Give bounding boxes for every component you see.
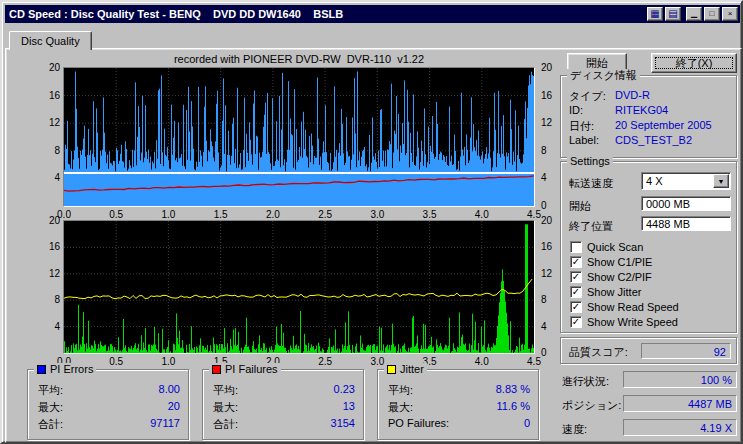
checkbox-label: Show Read Speed — [587, 301, 679, 313]
pi-failures-panel-title: PI Failures — [209, 363, 281, 376]
stat-value: 13 — [343, 400, 355, 412]
y-tick-label: 20 — [38, 62, 60, 73]
x-tick-label: 2.5 — [318, 356, 332, 367]
checkbox-box[interactable] — [570, 241, 582, 253]
close-button[interactable]: × — [722, 7, 738, 21]
checkbox-box[interactable]: ✓ — [570, 301, 582, 313]
stat-label: 最大: — [388, 400, 413, 415]
pi-errors-panel-title: PI Errors — [34, 363, 96, 376]
stat-value: 20 — [168, 400, 180, 412]
y-tick-label: 4 — [38, 321, 60, 332]
pi-failures-panel: PI Failures 平均: 0.23 最大: 13 合計: 3154 — [202, 369, 364, 440]
disc-window-icon-button[interactable]: ▤ — [665, 7, 681, 21]
position-value: 4487 MB — [624, 396, 736, 410]
y-tick-label: 8 — [539, 145, 561, 156]
jitter-panel-title: Jitter — [384, 363, 427, 376]
checkbox-quick-scan[interactable]: Quick Scan — [570, 240, 643, 253]
y-tick-label: 16 — [539, 241, 561, 252]
disc-id-label: ID: — [569, 104, 583, 116]
disc-date-label: 日付: — [569, 119, 594, 134]
y-tick-label: 16 — [38, 241, 60, 252]
checkbox-box[interactable]: ✓ — [570, 316, 582, 328]
progress-value: 100 % — [624, 372, 736, 386]
speed-status-label: 速度: — [562, 422, 587, 437]
checkbox-list: Quick Scan✓Show C1/PIE✓Show C2/PIF✓Show … — [561, 162, 736, 332]
pi-errors-chart — [63, 67, 535, 207]
y-tick-label: 0 — [539, 200, 561, 211]
legend-swatch — [212, 365, 221, 374]
quality-score-value: 92 — [642, 344, 730, 358]
chart-window-icon-button[interactable]: ▦ — [647, 7, 663, 21]
checkbox-label: Show C2/PIF — [587, 271, 652, 283]
y-tick-label: 8 — [539, 294, 561, 305]
disc-type-label: タイプ: — [569, 89, 606, 104]
stat-label: 合計: — [38, 417, 63, 432]
y-tick-label: 4 — [38, 172, 60, 183]
jitter-panel: Jitter 平均: 8.83 % 最大: 11.6 % PO Failures… — [377, 369, 539, 440]
tab-disc-quality[interactable]: Disc Quality — [9, 31, 92, 50]
exit-button[interactable]: 終了(X) — [651, 53, 737, 73]
y-tick-label: 16 — [38, 90, 60, 101]
progress-box: 100 % — [623, 371, 737, 388]
stat-value: 8.83 % — [496, 383, 530, 395]
position-label: ポジション: — [562, 398, 621, 413]
progress-label: 進行状況: — [562, 374, 609, 389]
checkbox-show-jitter[interactable]: ✓Show Jitter — [570, 285, 641, 298]
disc-info-title: ディスク情報 — [567, 69, 640, 82]
quality-score-group: 品質スコア: 92 — [560, 337, 737, 364]
stat-value: 0.23 — [334, 383, 355, 395]
window-title: CD Speed : Disc Quality Test - BENQ DVD … — [7, 8, 645, 20]
quality-score-label: 品質スコア: — [569, 345, 628, 360]
x-tick-label: 1.5 — [214, 209, 228, 220]
y-tick-label: 8 — [38, 294, 60, 305]
checkbox-box[interactable]: ✓ — [570, 256, 582, 268]
x-tick-label: 4.5 — [527, 356, 541, 367]
quality-score-box: 92 — [641, 343, 731, 359]
pi-failures-jitter-chart — [63, 220, 535, 354]
stat-value: 3154 — [331, 417, 355, 429]
checkbox-label: Quick Scan — [587, 241, 643, 253]
checkbox-label: Show Jitter — [587, 286, 641, 298]
tab-label: Disc Quality — [21, 35, 80, 47]
x-tick-label: 0.5 — [109, 356, 123, 367]
settings-group: Settings 転送速度 4 X ▼ 開始 0000 MB 終了位置 4488… — [560, 161, 737, 333]
stat-label: 平均: — [38, 383, 63, 398]
focus-rectangle — [655, 57, 733, 69]
maximize-button[interactable]: □ — [704, 7, 720, 21]
y-tick-label: 20 — [38, 215, 60, 226]
checkbox-show-read-speed[interactable]: ✓Show Read Speed — [570, 300, 679, 313]
checkbox-show-c1-pie[interactable]: ✓Show C1/PIE — [570, 255, 652, 268]
y-tick-label: 20 — [539, 215, 561, 226]
stat-label: 最大: — [38, 400, 63, 415]
y-tick-label: 0 — [539, 347, 561, 358]
checkbox-box[interactable]: ✓ — [570, 286, 582, 298]
stat-label: 合計: — [213, 417, 238, 432]
checkbox-show-write-speed[interactable]: ✓Show Write Speed — [570, 315, 678, 328]
disc-id-value: RITEKG04 — [615, 104, 668, 116]
legend-title-text: Jitter — [400, 363, 424, 376]
chart2-x-axis: 0.00.51.01.52.02.53.03.54.04.5 — [64, 356, 534, 368]
checkbox-box[interactable]: ✓ — [570, 271, 582, 283]
x-tick-label: 2.0 — [266, 209, 280, 220]
x-tick-label: 3.5 — [423, 209, 437, 220]
y-tick-label: 4 — [539, 172, 561, 183]
stat-label: 平均: — [213, 383, 238, 398]
chart2-y-axis-left: 20161284 — [38, 221, 60, 353]
x-tick-label: 1.0 — [161, 209, 175, 220]
y-tick-label: 20 — [539, 62, 561, 73]
position-box: 4487 MB — [623, 395, 737, 412]
disc-type-value: DVD-R — [615, 89, 650, 101]
cd-speed-window: CD Speed : Disc Quality Test - BENQ DVD … — [0, 0, 743, 444]
legend-title-text: PI Errors — [50, 363, 93, 376]
titlebar[interactable]: CD Speed : Disc Quality Test - BENQ DVD … — [5, 5, 740, 23]
x-tick-label: 3.0 — [370, 209, 384, 220]
y-tick-label: 12 — [38, 117, 60, 128]
stat-label: PO Failures: — [388, 417, 449, 429]
checkbox-show-c2-pif[interactable]: ✓Show C2/PIF — [570, 270, 652, 283]
stat-value: 0 — [524, 417, 530, 429]
checkbox-label: Show Write Speed — [587, 316, 678, 328]
speed-status-box: 4.19 X — [623, 419, 737, 436]
stat-value: 8.00 — [159, 383, 180, 395]
minimize-button[interactable]: ▁ — [686, 7, 702, 21]
legend-swatch — [387, 365, 396, 374]
